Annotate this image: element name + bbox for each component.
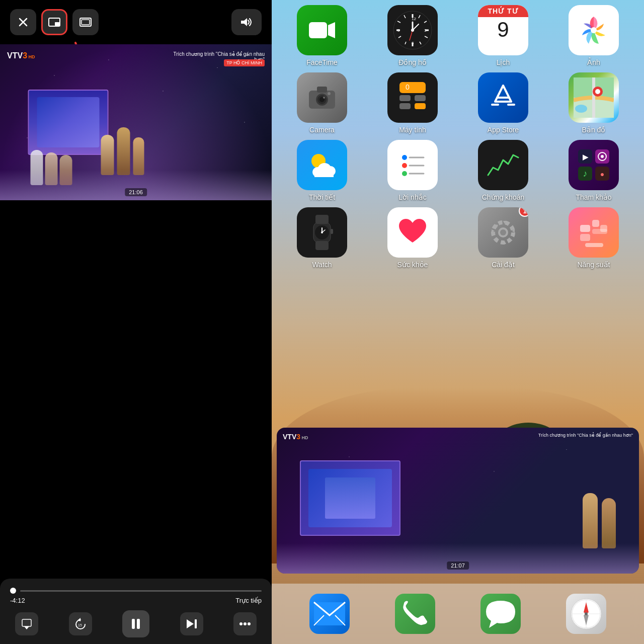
channel-logo: VTV3 HD [7, 51, 35, 60]
progress-bar[interactable] [10, 584, 262, 596]
svg-point-97 [500, 229, 506, 235]
app-maps[interactable]: Bản đồ [561, 72, 626, 134]
video-player-panel: VTV3 HD Trích chương trình "Chia sẻ để g… [0, 0, 272, 644]
airplay-button[interactable] [15, 612, 38, 635]
svg-rect-100 [580, 234, 590, 241]
more-button[interactable] [233, 612, 257, 635]
dock [272, 584, 644, 644]
app-watch[interactable]: Watch [289, 207, 355, 269]
app-stocks[interactable]: Chứng khoán [470, 140, 536, 201]
dock-phone[interactable] [392, 594, 438, 634]
app-label-reminders: Lời nhắc [398, 193, 426, 201]
app-label-settings: Cài đặt [492, 261, 515, 269]
svg-point-66 [575, 105, 587, 113]
app-row-3: Thời tiết Lời nhắc [277, 140, 639, 201]
progress-dot[interactable] [10, 588, 16, 594]
dock-safari[interactable] [564, 594, 609, 634]
app-camera[interactable]: Camera [289, 72, 355, 134]
next-button[interactable] [180, 612, 203, 635]
close-button[interactable] [10, 9, 36, 35]
app-photos[interactable]: Ảnh [561, 5, 626, 66]
svg-point-50 [323, 97, 325, 99]
app-clock[interactable]: 12 3 6 9 Đồng hồ [380, 5, 445, 66]
svg-marker-20 [328, 22, 335, 38]
skip-back-button[interactable]: 15 [69, 612, 92, 635]
dock-mail[interactable] [307, 594, 352, 634]
svg-text:●: ● [600, 170, 604, 178]
svg-rect-89 [315, 215, 329, 224]
svg-point-38 [411, 29, 414, 32]
app-settings[interactable]: 1 Cài đặt [470, 207, 536, 269]
svg-rect-5 [82, 20, 90, 25]
svg-rect-53 [399, 95, 411, 101]
app-health[interactable]: Sức khỏe [380, 207, 445, 269]
svg-text:▶: ▶ [583, 153, 589, 161]
pip-video-homescreen[interactable]: VTV3 HD Trích chương trình "Chia sẻ để g… [277, 428, 639, 574]
volume-button[interactable] [231, 9, 262, 35]
current-time: -4:12 [10, 597, 25, 604]
app-calculator[interactable]: 0 Máy tính [380, 72, 445, 134]
svg-rect-52 [399, 82, 426, 93]
fullscreen-button[interactable] [72, 9, 99, 35]
dock-messages[interactable] [478, 594, 523, 634]
svg-point-18 [248, 622, 251, 625]
svg-point-44 [591, 27, 597, 33]
app-row-1: FaceTime [277, 5, 639, 66]
player-bottom-controls: -4:12 Trực tiếp 15 [0, 579, 272, 644]
time-row: -4:12 Trực tiếp [10, 596, 262, 608]
svg-text:6: 6 [412, 41, 414, 45]
svg-point-94 [321, 231, 323, 233]
playback-controls: 15 [10, 608, 262, 639]
svg-rect-71 [314, 170, 334, 177]
svg-rect-15 [195, 619, 197, 628]
app-grid: FaceTime [277, 5, 639, 275]
svg-point-115 [585, 612, 588, 615]
app-label-appstore: App Store [488, 126, 519, 134]
progress-track[interactable] [20, 590, 262, 592]
pip-timestamp: 21:07 [447, 561, 469, 570]
app-label-calculator: Máy tính [399, 126, 426, 134]
app-label-watch: Watch [312, 261, 332, 269]
app-weather[interactable]: Thời tiết [289, 140, 355, 201]
player-top-controls [0, 0, 272, 44]
app-reference[interactable]: ▶ ♪ ● Tham khảo [561, 140, 626, 201]
app-facetime[interactable]: FaceTime [289, 5, 355, 66]
svg-point-65 [595, 89, 600, 94]
svg-rect-95 [331, 229, 333, 234]
svg-rect-103 [592, 229, 607, 234]
app-row-2: Camera 0 Máy tính [277, 72, 639, 134]
app-label-health: Sức khỏe [397, 261, 428, 269]
performers-group [101, 127, 144, 175]
live-button[interactable]: Trực tiếp [235, 597, 262, 604]
svg-marker-6 [241, 18, 247, 26]
app-label-facetime: FaceTime [306, 58, 338, 66]
app-label-productivity: Năng suất [577, 261, 610, 269]
svg-rect-12 [132, 619, 135, 629]
svg-rect-101 [592, 220, 599, 227]
svg-marker-14 [187, 619, 194, 628]
svg-rect-56 [415, 103, 426, 109]
svg-point-72 [402, 155, 407, 160]
stage-screen [28, 90, 109, 155]
video-content: VTV3 HD Trích chương trình "Chia sẻ để g… [0, 44, 272, 200]
svg-rect-8 [22, 619, 31, 626]
pip-channel-logo: VTV3 HD [283, 433, 308, 441]
pip-button[interactable] [41, 9, 67, 35]
video-timestamp: 21:06 [125, 188, 147, 196]
app-reminders[interactable]: Lời nhắc [380, 140, 445, 201]
pause-button[interactable] [122, 610, 149, 637]
app-productivity[interactable]: Năng suất [561, 207, 626, 269]
svg-rect-90 [315, 241, 329, 250]
app-calendar[interactable]: THỨ TƯ 9 Lịch [470, 5, 536, 66]
app-label-maps: Bản đồ [582, 126, 606, 134]
svg-text:3: 3 [424, 28, 427, 33]
svg-rect-46 [317, 87, 327, 93]
app-label-photos: Ảnh [587, 58, 600, 66]
svg-text:15: 15 [78, 623, 82, 627]
app-appstore[interactable]: App Store [470, 72, 536, 134]
svg-rect-99 [580, 225, 590, 232]
app-label-calendar: Lịch [497, 58, 510, 66]
pip-stage-screen [300, 460, 400, 536]
svg-rect-104 [585, 243, 603, 247]
iphone-home-screen: FaceTime [272, 0, 644, 644]
